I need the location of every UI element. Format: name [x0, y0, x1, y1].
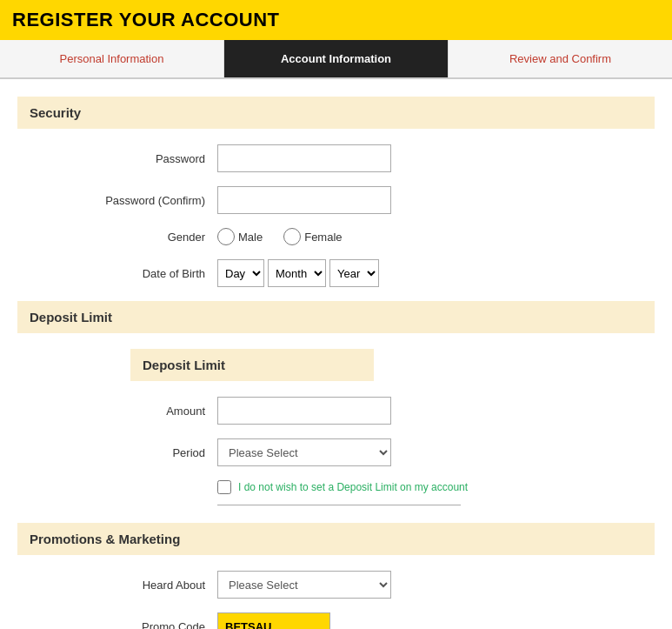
amount-row: Amount [17, 397, 655, 425]
gender-male-option[interactable]: Male [217, 228, 263, 245]
page-title: REGISTER YOUR ACCOUNT [12, 9, 660, 31]
promo-code-row: Promo Code [17, 612, 655, 629]
dob-label: Date of Birth [70, 267, 217, 280]
period-select[interactable]: Please Select [217, 438, 391, 466]
password-confirm-row: Password (Confirm) [17, 186, 655, 214]
period-label: Period [70, 446, 217, 459]
dob-day-select[interactable]: Day [217, 259, 264, 287]
gender-label: Gender [70, 231, 217, 244]
security-section-header: Security [17, 97, 655, 129]
password-confirm-input[interactable] [217, 186, 391, 214]
password-input[interactable] [217, 144, 391, 172]
gender-female-option[interactable]: Female [283, 228, 342, 245]
deposit-section-header: Deposit Limit [17, 301, 655, 333]
deposit-limit-checkbox-label: I do not wish to set a Deposit Limit on … [238, 481, 468, 493]
promo-code-label: Promo Code [70, 620, 217, 630]
dob-month-select[interactable]: Month [268, 259, 326, 287]
tab-bar: Personal Information Account Information… [0, 40, 672, 79]
deposit-limit-checkbox[interactable] [217, 480, 231, 494]
main-content: Security Password Password (Confirm) Gen… [0, 79, 672, 629]
gender-row: Gender Male Female [17, 228, 655, 245]
tab-review-confirm[interactable]: Review and Confirm [449, 40, 672, 77]
password-confirm-label: Password (Confirm) [70, 194, 217, 207]
heard-about-label: Heard About [70, 579, 217, 592]
dob-group: Day Month Year [217, 259, 379, 287]
page-header: REGISTER YOUR ACCOUNT [0, 0, 672, 40]
deposit-inner-header: Deposit Limit [130, 349, 374, 381]
amount-input[interactable] [217, 397, 391, 425]
deposit-limit-checkbox-row: I do not wish to set a Deposit Limit on … [17, 480, 655, 494]
dob-row: Date of Birth Day Month Year [17, 259, 655, 287]
tab-account-information[interactable]: Account Information [224, 40, 449, 77]
password-label: Password [70, 152, 217, 165]
gender-male-radio[interactable] [217, 228, 235, 245]
period-row: Period Please Select [17, 438, 655, 466]
password-row: Password [17, 144, 655, 172]
promo-code-input[interactable] [217, 612, 330, 629]
deposit-divider [217, 505, 461, 505]
heard-about-select[interactable]: Please Select [217, 571, 391, 599]
heard-about-row: Heard About Please Select [17, 571, 655, 599]
tab-personal-information[interactable]: Personal Information [0, 40, 224, 77]
gender-radio-group: Male Female [217, 228, 356, 245]
amount-label: Amount [70, 405, 217, 418]
dob-year-select[interactable]: Year [329, 259, 379, 287]
gender-female-radio[interactable] [283, 228, 301, 245]
promotions-section-header: Promotions & Marketing [17, 523, 655, 555]
